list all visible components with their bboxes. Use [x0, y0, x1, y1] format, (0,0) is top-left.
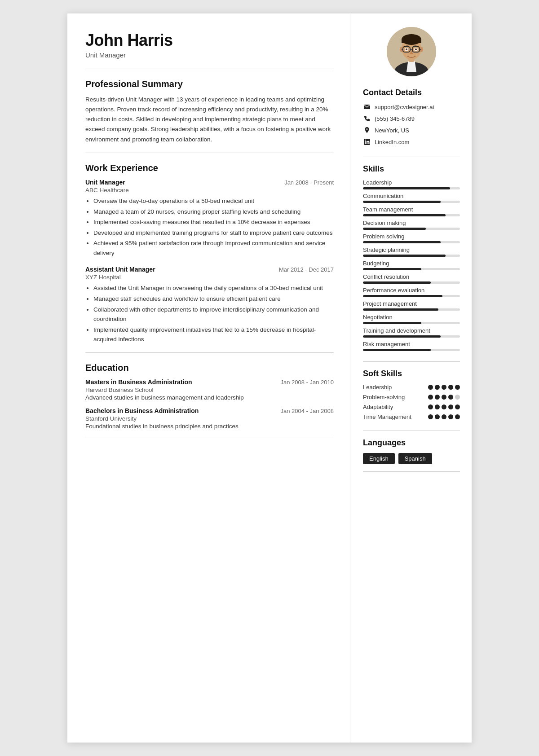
skill-row: Decision making: [363, 220, 460, 230]
contact-phone-text: (555) 345-6789: [375, 115, 415, 122]
avatar-image: [387, 27, 436, 76]
list-item: Achieved a 95% patient satisfaction rate…: [93, 238, 334, 258]
skill-row: Problem solving: [363, 233, 460, 243]
skill-bar-fill: [363, 187, 450, 189]
summary-text: Results-driven Unit Manager with 13 year…: [85, 95, 334, 145]
skill-name: Performance evaluation: [363, 287, 460, 294]
list-item: Implemented cost-saving measures that re…: [93, 217, 334, 227]
job-dates-1: Jan 2008 - Present: [284, 179, 334, 186]
skill-bar-fill: [363, 349, 431, 351]
right-column: Contact Details support@cvdesigner.ai (: [350, 13, 472, 743]
soft-skill-name: Leadership: [363, 384, 424, 391]
dot: [428, 385, 433, 390]
skills-divider: [363, 361, 460, 362]
skill-bar-fill: [363, 281, 431, 284]
dot: [455, 404, 460, 409]
skill-bar-bg: [363, 322, 460, 324]
skill-bar-fill: [363, 295, 442, 297]
soft-skill-row: Problem-solving: [363, 394, 460, 400]
skill-bar-bg: [363, 241, 460, 243]
dot: [442, 414, 446, 419]
skill-name: Decision making: [363, 220, 460, 226]
soft-skill-row: Leadership: [363, 384, 460, 391]
list-item: Managed a team of 20 nurses, ensuring pr…: [93, 207, 334, 217]
skill-row: Project management: [363, 300, 460, 311]
edu-degree-2: Bachelors in Business Administration: [85, 407, 199, 414]
linkedin-icon: [363, 138, 371, 146]
skill-bar-bg: [363, 228, 460, 230]
edu-dates-1: Jan 2008 - Jan 2010: [280, 379, 334, 386]
skill-name: Strategic planning: [363, 246, 460, 253]
avatar: [387, 27, 436, 76]
job-title-1: Unit Manager: [85, 179, 125, 186]
skill-row: Leadership: [363, 179, 460, 189]
edu-desc-1: Advanced studies in business management …: [85, 394, 334, 401]
contact-title: Contact Details: [363, 88, 422, 97]
languages-divider: [363, 471, 460, 472]
skill-bar-fill: [363, 322, 421, 324]
skill-bar-fill: [363, 201, 441, 203]
contact-phone: (555) 345-6789: [363, 114, 460, 123]
skill-row: Risk management: [363, 341, 460, 351]
resume-container: John Harris Unit Manager Professional Su…: [67, 13, 472, 743]
edu-block-2: Bachelors in Business Administration Jan…: [85, 407, 334, 430]
contact-location: NewYork, US: [363, 126, 460, 134]
skill-bar-bg: [363, 335, 460, 338]
skill-row: Communication: [363, 193, 460, 203]
skill-bar-bg: [363, 349, 460, 351]
skill-bar-bg: [363, 308, 460, 311]
skill-row: Negotiation: [363, 314, 460, 324]
skill-bar-bg: [363, 281, 460, 284]
list-item: Developed and implemented training progr…: [93, 228, 334, 238]
skill-bar-fill: [363, 228, 426, 230]
job-header-1: Unit Manager Jan 2008 - Present: [85, 179, 334, 186]
dot: [448, 414, 453, 419]
dot: [435, 404, 440, 409]
skill-bar-bg: [363, 187, 460, 189]
edu-desc-2: Foundational studies in business princip…: [85, 423, 334, 430]
skill-name: Project management: [363, 300, 460, 307]
skill-row: Budgeting: [363, 260, 460, 270]
contact-linkedin-text: LinkedIn.com: [375, 139, 409, 145]
dot: [448, 404, 453, 409]
edu-dates-2: Jan 2004 - Jan 2008: [280, 408, 334, 414]
dot: [448, 385, 453, 390]
skill-bar-bg: [363, 255, 460, 257]
skill-bar-bg: [363, 268, 460, 270]
job-bullets-2: Assisted the Unit Manager in overseeing …: [85, 283, 334, 344]
dots-wrap: [428, 395, 460, 400]
summary-section: Professional Summary Results-driven Unit…: [85, 79, 334, 145]
education-title: Education: [85, 363, 334, 373]
soft-skills-divider: [363, 431, 460, 431]
skill-name: Training and development: [363, 327, 460, 334]
skill-bar-fill: [363, 308, 438, 311]
skill-bar-fill: [363, 255, 446, 257]
skill-name: Budgeting: [363, 260, 460, 267]
dot: [442, 404, 446, 409]
skill-bar-bg: [363, 214, 460, 216]
person-name: John Harris: [85, 31, 334, 49]
work-experience-title: Work Experience: [85, 163, 334, 173]
job-dates-2: Mar 2012 - Dec 2017: [279, 266, 334, 273]
skill-bar-fill: [363, 335, 441, 338]
dot: [435, 414, 440, 419]
list-item: Oversaw the day-to-day operations of a 5…: [93, 196, 334, 206]
edu-header-2: Bachelors in Business Administration Jan…: [85, 407, 334, 414]
contact-linkedin: LinkedIn.com: [363, 138, 460, 146]
skill-name: Conflict resolution: [363, 273, 460, 280]
svg-point-18: [415, 48, 417, 50]
job-title-2: Assistant Unit Manager: [85, 266, 155, 273]
dot: [442, 395, 446, 400]
dots-wrap: [428, 404, 460, 409]
dot: [428, 395, 433, 400]
skill-name: Leadership: [363, 179, 460, 186]
language-tag-spanish: Spanish: [398, 453, 432, 464]
skill-bar-bg: [363, 295, 460, 297]
contact-list: support@cvdesigner.ai (555) 345-6789 New…: [363, 103, 460, 149]
summary-divider: [85, 153, 334, 153]
dot: [455, 395, 460, 400]
skill-name: Team management: [363, 206, 460, 213]
list-item: Collaborated with other departments to i…: [93, 305, 334, 324]
language-tag-english: English: [363, 453, 395, 464]
soft-skill-name: Time Management: [363, 413, 424, 420]
